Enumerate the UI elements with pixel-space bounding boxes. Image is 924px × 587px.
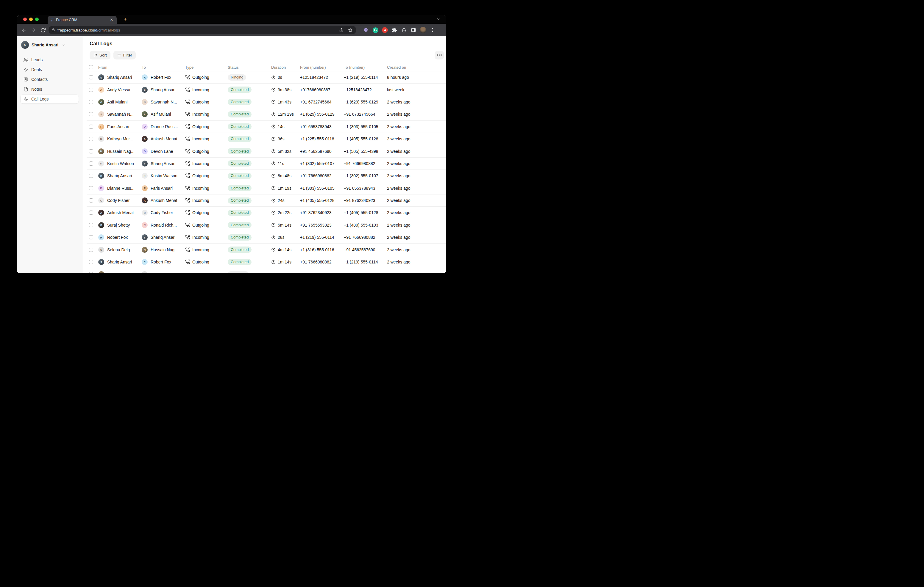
user-menu[interactable]: S Shariq Ansari: [21, 40, 79, 49]
from-avatar: C: [98, 197, 104, 203]
tab-close-icon[interactable]: ✕: [109, 18, 114, 22]
to-avatar: A: [142, 136, 148, 142]
row-checkbox[interactable]: [89, 210, 93, 215]
from-avatar: S: [98, 259, 104, 265]
browser-window: Frappe CRM ✕ + frappecrm.fr: [17, 15, 446, 273]
row-checkbox[interactable]: [89, 112, 93, 116]
row-checkbox[interactable]: [89, 248, 93, 252]
row-checkbox[interactable]: [89, 100, 93, 104]
column-header-from[interactable]: From: [98, 65, 142, 69]
status-badge: Completed: [228, 247, 252, 253]
call-type: Incoming: [192, 186, 209, 191]
created-on: 2 weeks ago: [387, 173, 446, 178]
call-type: Incoming: [192, 235, 209, 240]
row-checkbox[interactable]: [89, 272, 93, 273]
github-extension-icon[interactable]: [362, 26, 370, 34]
zoom-window-button[interactable]: [35, 18, 39, 21]
from-avatar: [98, 271, 104, 273]
phone-incoming-icon: [185, 161, 190, 166]
more-options-button[interactable]: [435, 51, 444, 59]
back-button[interactable]: [20, 26, 28, 34]
table-row[interactable]: CCody Fisher AAnkush Menat Incoming Comp…: [87, 194, 446, 207]
row-checkbox[interactable]: [89, 137, 93, 141]
column-header-duration[interactable]: Duration: [271, 65, 300, 69]
reload-button[interactable]: [39, 26, 47, 34]
table-row[interactable]: AAsif Mulani SSavannah N... Outgoing Com…: [87, 96, 446, 108]
forward-button[interactable]: [30, 26, 37, 34]
table-row[interactable]: FFaris Ansari DDianne Russ... Outgoing C…: [87, 121, 446, 133]
column-header-to[interactable]: To: [142, 65, 185, 69]
sidebar-item-notes[interactable]: Notes: [21, 85, 79, 94]
close-window-button[interactable]: [23, 18, 27, 21]
share-icon[interactable]: [338, 27, 345, 33]
table-row[interactable]: [87, 268, 446, 273]
table-row[interactable]: SSuraj Shetty RRonald Rich... Outgoing C…: [87, 219, 446, 231]
table-row[interactable]: SShariq Ansari RRobert Fox Outgoing Ring…: [87, 71, 446, 84]
status-badge: Completed: [228, 222, 252, 228]
table-row[interactable]: KKristin Watson SShariq Ansari Incoming …: [87, 158, 446, 170]
from-number: +91 6553788943: [300, 124, 344, 129]
table-row[interactable]: HHussain Nag... DDevon Lane Outgoing Com…: [87, 145, 446, 157]
adblock-extension-icon[interactable]: [381, 26, 388, 34]
column-header-type[interactable]: Type: [185, 65, 228, 69]
row-checkbox[interactable]: [89, 260, 93, 264]
column-header-from-number[interactable]: From (number): [300, 65, 344, 69]
duration: 1m 43s: [278, 100, 291, 104]
address-bar[interactable]: frappecrm.frappe.cloud/crm/call-logs: [48, 26, 356, 34]
row-checkbox[interactable]: [89, 198, 93, 202]
row-checkbox[interactable]: [89, 149, 93, 153]
to-avatar: S: [142, 161, 148, 166]
new-tab-button[interactable]: +: [122, 16, 129, 23]
status-badge: Completed: [228, 148, 252, 155]
table-row[interactable]: AAnkush Menat CCody Fisher Outgoing Comp…: [87, 207, 446, 219]
table-row[interactable]: RRobert Fox SShariq Ansari Incoming Comp…: [87, 231, 446, 243]
bookmark-star-icon[interactable]: [347, 27, 353, 33]
grammarly-extension-icon[interactable]: G: [372, 26, 379, 34]
tabs-chevron-icon[interactable]: [436, 17, 440, 22]
row-checkbox[interactable]: [89, 88, 93, 92]
row-checkbox[interactable]: [89, 223, 93, 227]
column-header-to-number[interactable]: To (number): [344, 65, 387, 69]
row-checkbox[interactable]: [89, 161, 93, 166]
created-on: 2 weeks ago: [387, 235, 446, 240]
row-checkbox[interactable]: [89, 186, 93, 190]
extensions-puzzle-icon[interactable]: [391, 26, 398, 34]
sidebar-toggle-icon[interactable]: [410, 26, 417, 34]
column-header-created-on[interactable]: Created on: [387, 65, 446, 69]
sidebar-item-contacts[interactable]: Contacts: [21, 75, 79, 84]
call-type: Outgoing: [192, 173, 209, 178]
energy-leaf-icon[interactable]: [400, 26, 408, 34]
sidebar-item-deals[interactable]: Deals: [21, 65, 79, 74]
table-row[interactable]: SShariq Ansari KKristin Watson Outgoing …: [87, 170, 446, 182]
menu-kebab-icon[interactable]: [429, 26, 436, 34]
clock-icon: [271, 174, 276, 178]
table-row[interactable]: AAndy Viessa SShariq Ansari Incoming Com…: [87, 84, 446, 96]
browser-tab[interactable]: Frappe CRM ✕: [48, 16, 117, 24]
profile-avatar[interactable]: [419, 26, 427, 34]
table-row[interactable]: SShariq Ansari RRobert Fox Outgoing Comp…: [87, 256, 446, 268]
table-row[interactable]: SSavannah N... AAsif Mulani Incoming Com…: [87, 108, 446, 120]
select-all-checkbox[interactable]: [89, 65, 93, 69]
from-name: Kristin Watson: [107, 161, 134, 166]
main-panel: Call Logs Sort Filter: [82, 36, 446, 273]
table-row[interactable]: DDianne Russ... FFaris Ansari Incoming C…: [87, 182, 446, 194]
table-row[interactable]: KKathryn Mur... AAnkush Menat Incoming C…: [87, 133, 446, 145]
call-type: Incoming: [192, 87, 209, 92]
filter-button[interactable]: Filter: [114, 51, 136, 59]
status-badge: Completed: [228, 259, 252, 265]
column-header-status[interactable]: Status: [228, 65, 271, 69]
row-checkbox[interactable]: [89, 125, 93, 129]
row-checkbox[interactable]: [89, 235, 93, 239]
table-row[interactable]: SSelena Delg... HHussain Nag... Incoming…: [87, 243, 446, 256]
sidebar-item-call-logs[interactable]: Call Logs: [21, 95, 79, 104]
row-checkbox[interactable]: [89, 174, 93, 178]
row-checkbox[interactable]: [89, 75, 93, 79]
minimize-window-button[interactable]: [29, 18, 33, 21]
clock-icon: [271, 161, 276, 166]
sort-button[interactable]: Sort: [90, 51, 111, 59]
created-on: 2 weeks ago: [387, 100, 446, 104]
to-number: +91 7666980882: [344, 235, 387, 240]
sidebar-item-leads[interactable]: Leads: [21, 55, 79, 64]
created-on: 2 weeks ago: [387, 136, 446, 141]
from-avatar: A: [98, 99, 104, 105]
